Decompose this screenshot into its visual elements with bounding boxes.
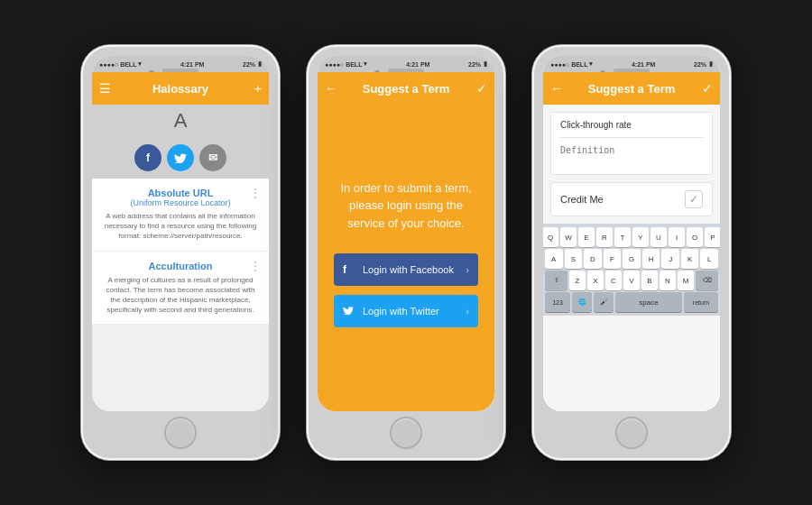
phone-3: ●●●●○ BELL ▾ 4:21 PM 22% ▮ ← Suggest a T… xyxy=(532,45,731,460)
key-Y[interactable]: Y xyxy=(632,227,649,247)
globe-key[interactable]: 🌐 xyxy=(572,292,592,312)
check-icon-3[interactable]: ✓ xyxy=(702,81,713,96)
share-twitter-button[interactable] xyxy=(167,144,194,171)
credit-row: Credit Me ✓ xyxy=(550,182,713,216)
key-X[interactable]: X xyxy=(587,271,604,290)
time-3: 4:21 PM xyxy=(632,61,655,68)
key-P[interactable]: P xyxy=(705,227,720,247)
key-H[interactable]: H xyxy=(642,249,660,269)
key-Q[interactable]: Q xyxy=(543,227,558,247)
signal-3: ●●●●○ xyxy=(550,61,569,68)
phone1-content: A f ✉ Absolute URL (Uniform Resource Loc… xyxy=(92,105,269,411)
carrier: BELL xyxy=(120,61,136,68)
login-facebook-button[interactable]: f Login with Facebook › xyxy=(334,253,478,286)
key-I[interactable]: I xyxy=(669,227,685,247)
back-icon-2[interactable]: ← xyxy=(325,81,337,96)
term-def-1: A web address that contains all the info… xyxy=(103,211,258,242)
home-button-3[interactable] xyxy=(615,417,648,449)
login-twitter-button[interactable]: Login with Twitter › xyxy=(334,295,478,327)
key-B[interactable]: B xyxy=(641,271,658,290)
term-def-2: A merging of cultures as a result of pro… xyxy=(103,275,258,316)
login-message: In order to submit a term, please login … xyxy=(336,179,476,233)
back-icon-3[interactable]: ← xyxy=(550,81,563,96)
key-W[interactable]: W xyxy=(560,227,577,247)
key-K[interactable]: K xyxy=(681,249,699,269)
menu-icon[interactable]: ☰ xyxy=(99,81,111,96)
phone-3-screen: ●●●●○ BELL ▾ 4:21 PM 22% ▮ ← Suggest a T… xyxy=(543,56,720,411)
term-input[interactable] xyxy=(551,113,712,137)
term-subtitle-1: (Uniform Resource Locator) xyxy=(103,198,258,207)
battery-icon-2: ▮ xyxy=(484,60,487,68)
kb-row-2: A S D F G H J K L xyxy=(545,249,718,269)
nav-title-3: Suggest a Term xyxy=(588,82,676,96)
phone-2-screen: ●●●●○ BELL ▾ 4:21 PM 22% ▮ ← Suggest a T… xyxy=(318,56,494,411)
time-1: 4:21 PM xyxy=(180,61,204,68)
term-form-section xyxy=(550,112,713,175)
nav-bar-2: ← Suggest a Term ✓ xyxy=(318,72,494,105)
phone-1: ●●●●○ BELL ▾ 4:21 PM 22% ▮ ☰ Halossary +… xyxy=(81,45,280,460)
key-U[interactable]: U xyxy=(651,227,667,247)
term-entry-2: Acculturation A merging of cultures as a… xyxy=(92,252,269,326)
login-facebook-label: Login with Facebook xyxy=(363,264,466,275)
wifi-2: ▾ xyxy=(364,60,367,68)
nav-bar-3: ← Suggest a Term ✓ xyxy=(543,72,720,105)
definition-input[interactable] xyxy=(551,138,712,170)
key-M[interactable]: M xyxy=(678,271,694,290)
mic-key[interactable]: 🎤 xyxy=(594,292,614,312)
home-button-1[interactable] xyxy=(164,417,197,449)
battery-2: 22% xyxy=(468,61,481,68)
term-title-1: Absolute URL xyxy=(103,188,258,198)
term-more-icon-2[interactable]: ⋮ xyxy=(249,259,262,273)
carrier-2: BELL xyxy=(346,61,362,68)
key-T[interactable]: T xyxy=(614,227,631,247)
term-entry-1: Absolute URL (Uniform Resource Locator) … xyxy=(92,179,269,252)
signal-2: ●●●●○ xyxy=(325,61,344,68)
time-2: 4:21 PM xyxy=(406,61,429,68)
status-right: 22% ▮ xyxy=(243,60,262,68)
wifi-icon: ▾ xyxy=(138,60,142,68)
key-D[interactable]: D xyxy=(584,249,602,269)
delete-key[interactable]: ⌫ xyxy=(696,271,718,290)
key-C[interactable]: C xyxy=(605,271,622,290)
credit-checkbox[interactable]: ✓ xyxy=(685,190,703,208)
facebook-icon: f xyxy=(343,263,357,276)
key-G[interactable]: G xyxy=(623,249,641,269)
numbers-key[interactable]: 123 xyxy=(545,292,570,312)
key-A[interactable]: A xyxy=(545,249,563,269)
key-R[interactable]: R xyxy=(596,227,613,247)
share-email-button[interactable]: ✉ xyxy=(199,144,226,171)
share-facebook-button[interactable]: f xyxy=(134,144,161,171)
return-key[interactable]: return xyxy=(684,292,718,312)
battery-icon-3: ▮ xyxy=(709,60,713,68)
twitter-icon-2 xyxy=(343,305,357,317)
shift-key[interactable]: ⇧ xyxy=(545,271,567,290)
key-S[interactable]: S xyxy=(565,249,583,269)
share-row: f ✉ xyxy=(92,137,269,179)
twitter-arrow-icon: › xyxy=(466,306,469,317)
term-more-icon-1[interactable]: ⋮ xyxy=(249,186,262,200)
key-O[interactable]: O xyxy=(687,227,703,247)
key-N[interactable]: N xyxy=(660,271,676,290)
kb-row-3: ⇧ Z X C V B N M ⌫ xyxy=(545,271,718,290)
home-button-2[interactable] xyxy=(390,417,422,449)
signal-dots: ●●●●○ xyxy=(99,61,118,68)
phone3-content: Credit Me ✓ Q W E R T Y U I O P xyxy=(543,105,720,411)
key-F[interactable]: F xyxy=(604,249,622,269)
status-left: ●●●●○ BELL ▾ xyxy=(99,60,142,68)
battery-icon-1: ▮ xyxy=(258,60,262,68)
add-icon[interactable]: + xyxy=(254,81,262,96)
space-key[interactable]: space xyxy=(615,292,682,312)
key-L[interactable]: L xyxy=(700,249,718,269)
keyboard: Q W E R T Y U I O P A S D F G H xyxy=(543,224,720,316)
letter-header: A xyxy=(92,105,269,137)
kb-row-1: Q W E R T Y U I O P xyxy=(545,227,718,247)
key-V[interactable]: V xyxy=(623,271,640,290)
key-E[interactable]: E xyxy=(578,227,595,247)
key-Z[interactable]: Z xyxy=(569,271,586,290)
key-J[interactable]: J xyxy=(661,249,679,269)
kb-row-4: 123 🌐 🎤 space return xyxy=(545,292,718,312)
credit-label: Credit Me xyxy=(560,194,604,205)
check-icon-2[interactable]: ✓ xyxy=(476,81,487,96)
phone2-content: In order to submit a term, please login … xyxy=(318,105,494,411)
facebook-arrow-icon: › xyxy=(466,264,469,275)
